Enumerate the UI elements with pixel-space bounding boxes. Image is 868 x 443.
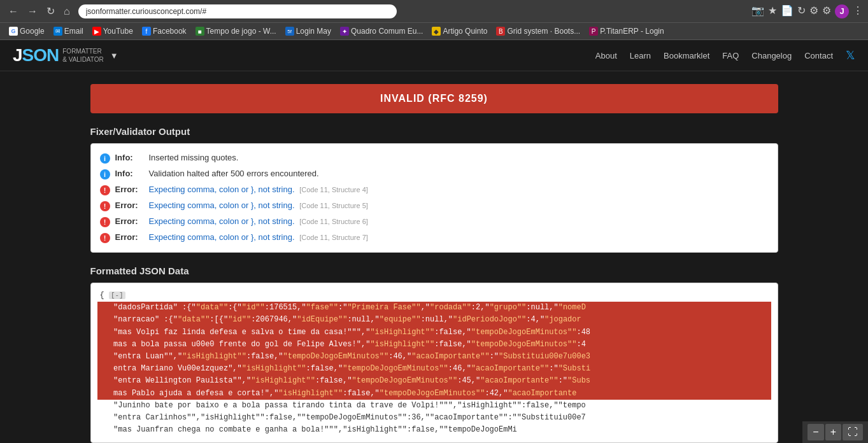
bookmark-facebook[interactable]: f Facebook — [138, 25, 190, 37]
refresh-button[interactable]: ↻ — [43, 4, 58, 18]
star-icon[interactable]: ★ — [768, 4, 777, 18]
error-icon-3: ! — [100, 217, 110, 227]
browser-chrome: ← → ↻ ⌂ 📷 ★ 📄 ↻ ⚙ ⚙ J ⋮ — [0, 0, 868, 23]
error-link-3[interactable]: Expecting comma, colon or }, not string. — [149, 216, 295, 226]
validator-row-error1: ! Error: Expecting comma, colon or }, no… — [100, 182, 769, 198]
logo-dropdown-icon[interactable]: ▼ — [110, 51, 118, 60]
settings-icon[interactable]: ⚙ — [809, 4, 818, 18]
google-favicon: G — [9, 27, 18, 36]
validator-row-info1: i Info: Inserted missing quotes. — [100, 150, 769, 166]
twitter-icon[interactable]: 𝕏 — [846, 48, 855, 62]
logo-json-text: JSON — [13, 45, 59, 65]
logo-json-j: J — [13, 45, 22, 65]
logo[interactable]: JSON — [13, 45, 59, 66]
info-message-1: Inserted missing quotes. — [149, 153, 239, 162]
bookmark-google-label: Google — [20, 27, 45, 36]
error-label-4: Error: — [115, 232, 144, 242]
json-line-6: entra Mariano Vu00e1zquez",""isHighlight… — [97, 363, 771, 375]
logo-formatter: FORMATTER — [62, 47, 103, 55]
bookmark-email[interactable]: ✉ Email — [50, 25, 87, 37]
bookmark-artigo-label: Artigo Quinto — [443, 27, 487, 36]
validator-section-title: Fixer/Validator Output — [90, 126, 778, 137]
error-link-4[interactable]: Expecting comma, colon or }, not string. — [149, 232, 295, 242]
pdf-icon[interactable]: 📄 — [781, 4, 793, 18]
error-link-1[interactable]: Expecting comma, colon or }, not string. — [149, 185, 295, 194]
json-line-11: "mas Juanfran chega no combate e ganha a… — [97, 424, 771, 436]
json-line-3: "mas Volpi faz linda defesa e salva o ti… — [97, 327, 771, 339]
json-line-7: "entra Wellington Paulista"",""isHighlig… — [97, 375, 771, 387]
info-icon-2: i — [100, 169, 110, 179]
error-label-2: Error: — [115, 200, 144, 210]
bookmark-artigo[interactable]: ◆ Artigo Quinto — [428, 25, 491, 37]
profile-icon[interactable]: J — [835, 4, 849, 18]
nav-bookmarklet[interactable]: Bookmarklet — [664, 51, 709, 60]
bookmark-email-label: Email — [64, 27, 83, 36]
error-message-2: Expecting comma, colon or }, not string.… — [149, 200, 368, 210]
error-icon-2: ! — [100, 201, 110, 211]
nav-faq[interactable]: FAQ — [722, 51, 739, 60]
bookmark-titan-label: P.TitanERP - Login — [600, 27, 664, 36]
error-icon-1: ! — [100, 185, 110, 195]
logo-validator: & VALIDATOR — [62, 55, 103, 64]
collapse-icon-0[interactable]: [-] — [109, 292, 125, 299]
grid-favicon: B — [496, 27, 505, 36]
bookmark-google[interactable]: G Google — [5, 25, 48, 37]
zoom-out-button[interactable]: − — [808, 424, 823, 440]
fullscreen-button[interactable]: ⛶ — [843, 424, 863, 440]
json-line-0: { [-] — [97, 290, 771, 302]
address-bar[interactable] — [78, 4, 397, 18]
json-line-4: mas a bola passa u00e0 frente do gol de … — [97, 339, 771, 351]
content-area: INVALID (RFC 8259) Fixer/Validator Outpu… — [52, 71, 816, 443]
error-label-3: Error: — [115, 216, 144, 226]
error-label-1: Error: — [115, 185, 144, 194]
menu-icon[interactable]: ⋮ — [853, 4, 863, 18]
bookmark-grid[interactable]: B Grid system · Boots... — [492, 25, 584, 37]
youtube-favicon: ▶ — [92, 27, 101, 36]
bookmark-quadro[interactable]: ✦ Quadro Comum Eu... — [336, 25, 427, 37]
bookmark-tempo-label: Tempo de jogo - W... — [206, 27, 276, 36]
error-message-1: Expecting comma, colon or }, not string.… — [149, 185, 368, 194]
quadro-favicon: ✦ — [340, 27, 349, 36]
nav-buttons: ← → ↻ ⌂ — [5, 4, 73, 18]
invalid-banner: INVALID (RFC 8259) — [90, 84, 778, 113]
forward-button[interactable]: → — [24, 4, 41, 18]
bookmark-tempo[interactable]: ■ Tempo de jogo - W... — [192, 25, 280, 37]
titan-favicon: P — [589, 27, 598, 36]
browser-icons: 📷 ★ 📄 ↻ ⚙ ⚙ J ⋮ — [751, 4, 863, 18]
logo-area: JSON FORMATTER & VALIDATOR ▼ — [13, 45, 118, 66]
login-favicon: 5f — [285, 27, 294, 36]
info-label-2: Info: — [115, 169, 144, 178]
json-line-9: "Juninho bate por baixo e a bola passa t… — [97, 400, 771, 412]
bookmark-facebook-label: Facebook — [153, 27, 187, 36]
json-output[interactable]: { [-] "dadosPartida" :{""data"":{""id"":… — [90, 283, 778, 443]
error-message-3: Expecting comma, colon or }, not string.… — [149, 216, 368, 226]
json-line-5: "entra Luan"",""isHighlight"":false,""te… — [97, 351, 771, 363]
bookmark-titan[interactable]: P P.TitanERP - Login — [585, 25, 668, 37]
error-link-2[interactable]: Expecting comma, colon or }, not string. — [149, 200, 295, 210]
top-nav: JSON FORMATTER & VALIDATOR ▼ About Learn… — [0, 40, 868, 71]
screenshot-icon[interactable]: 📷 — [751, 4, 764, 18]
error-code-1: [Code 11, Structure 4] — [299, 186, 368, 193]
nav-changelog[interactable]: Changelog — [751, 51, 792, 60]
bookmark-youtube-label: YouTube — [103, 27, 133, 36]
back-button[interactable]: ← — [5, 4, 22, 18]
email-favicon: ✉ — [53, 27, 62, 36]
nav-about[interactable]: About — [595, 51, 617, 60]
json-line-8: mas Pablo ajuda a defesa e corta!",""isH… — [97, 388, 771, 400]
bookmark-youtube[interactable]: ▶ YouTube — [89, 25, 137, 37]
bookmark-login-label: Login May — [296, 27, 331, 36]
bookmark-login[interactable]: 5f Login May — [281, 25, 335, 37]
json-section-title: Formatted JSON Data — [90, 265, 778, 276]
extensions-icon[interactable]: ⚙ — [822, 4, 831, 18]
error-icon-4: ! — [100, 233, 110, 243]
main-nav: About Learn Bookmarklet FAQ Changelog Co… — [595, 48, 855, 62]
validator-row-error2: ! Error: Expecting comma, colon or }, no… — [100, 198, 769, 214]
bottom-toolbar: − + ⛶ — [802, 421, 868, 443]
zoom-in-button[interactable]: + — [825, 424, 841, 440]
home-button[interactable]: ⌂ — [60, 4, 73, 18]
bookmark-grid-label: Grid system · Boots... — [507, 27, 580, 36]
nav-contact[interactable]: Contact — [804, 51, 833, 60]
validator-output[interactable]: i Info: Inserted missing quotes. i Info:… — [90, 143, 778, 253]
reload-icon[interactable]: ↻ — [797, 4, 806, 18]
nav-learn[interactable]: Learn — [630, 51, 651, 60]
